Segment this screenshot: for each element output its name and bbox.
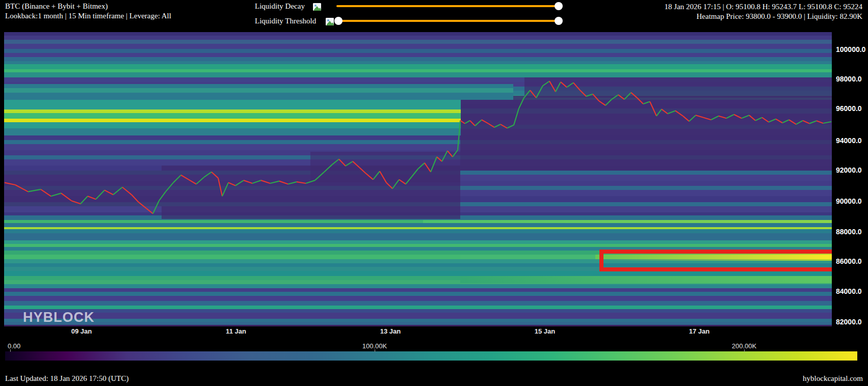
price-axis-label: 82000.0 bbox=[836, 318, 862, 326]
price-axis-label: 100000.0 bbox=[836, 45, 865, 53]
price-axis-label: 98000.0 bbox=[836, 75, 862, 83]
hyblock-liquidation-heatmap-app: BTC (Binance + Bybit + Bitmex) Lookback:… bbox=[0, 0, 868, 386]
date-axis-label: 09 Jan bbox=[71, 327, 92, 335]
date-axis-label: 13 Jan bbox=[380, 327, 401, 335]
top-bar: BTC (Binance + Bybit + Bitmex) Lookback:… bbox=[0, 0, 868, 31]
date-axis-label: 15 Jan bbox=[535, 327, 555, 335]
heatmap-readout: Heatmap Price: 93800.0 - 93900.0 | Liqui… bbox=[697, 12, 862, 21]
hyblock-watermark: HYBLOCK bbox=[23, 310, 95, 325]
liquidity-threshold-track[interactable] bbox=[340, 20, 559, 22]
liquidity-threshold-max-thumb[interactable] bbox=[555, 17, 563, 25]
colorbar-scale-label: 200.00K bbox=[732, 342, 756, 350]
date-axis-label: 17 Jan bbox=[689, 327, 709, 335]
colorbar-scale-label: 0.00 bbox=[8, 342, 20, 350]
liquidity-colorbar bbox=[5, 351, 857, 361]
heatmap-canvas[interactable]: HYBLOCK bbox=[4, 32, 832, 326]
liquidity-decay-track[interactable] bbox=[336, 5, 559, 7]
price-axis-label: 92000.0 bbox=[836, 166, 862, 174]
date-axis-label: 11 Jan bbox=[226, 327, 246, 335]
price-axis-label: 84000.0 bbox=[836, 287, 862, 295]
website-link[interactable]: hyblockcapital.com bbox=[803, 374, 863, 383]
snapshot-image-icon[interactable] bbox=[326, 18, 334, 25]
colorbar-tick bbox=[744, 349, 745, 352]
liquidity-decay-thumb[interactable] bbox=[555, 2, 563, 10]
liquidity-threshold-row: Liquidity Threshold bbox=[0, 17, 566, 26]
candlestick-price-series bbox=[4, 32, 832, 326]
liquidity-threshold-label: Liquidity Threshold bbox=[255, 17, 316, 25]
last-updated-text: Last Updated: 18 Jan 2026 17:50 (UTC) bbox=[5, 374, 128, 383]
price-axis-label: 88000.0 bbox=[836, 228, 862, 236]
colorbar-scale-label: 100.00K bbox=[362, 342, 387, 350]
colorbar-tick bbox=[10, 349, 11, 352]
liquidity-decay-label: Liquidity Decay bbox=[255, 2, 305, 11]
price-axis-label: 86000.0 bbox=[836, 257, 862, 265]
snapshot-image-icon[interactable] bbox=[313, 3, 321, 11]
price-axis-label: 94000.0 bbox=[836, 136, 862, 145]
liquidity-decay-row: Liquidity Decay bbox=[0, 2, 566, 11]
colorbar-tick bbox=[375, 349, 375, 352]
ohlc-readout: 18 Jan 2026 17:15 | O: 95100.8 H: 95243.… bbox=[665, 3, 862, 11]
price-axis-label: 96000.0 bbox=[836, 104, 862, 113]
price-axis-label: 90000.0 bbox=[836, 197, 862, 205]
liquidity-threshold-min-thumb[interactable] bbox=[334, 17, 343, 25]
